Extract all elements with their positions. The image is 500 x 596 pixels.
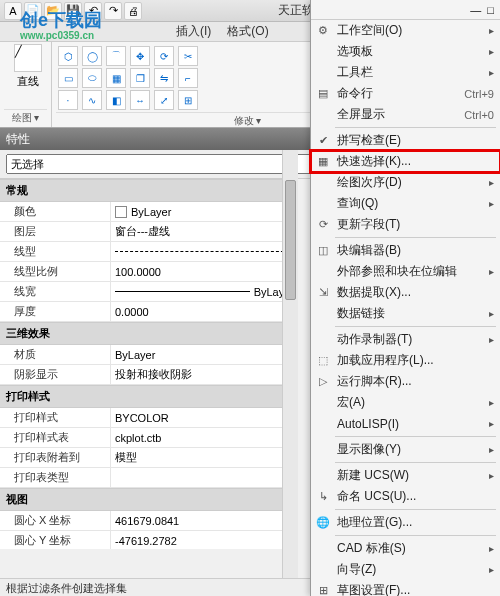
- menu-blockedit[interactable]: ◫块编辑器(B): [311, 240, 500, 261]
- polyline-icon[interactable]: ⬡: [58, 46, 78, 66]
- prop-plottable[interactable]: 打印样式表ckplot.ctb: [0, 428, 298, 448]
- prop-plottype[interactable]: 打印表类型: [0, 468, 298, 488]
- menu-xref[interactable]: 外部参照和块在位编辑▸: [311, 261, 500, 282]
- menu-loadapp[interactable]: ⬚加载应用程序(L)...: [311, 350, 500, 371]
- menu-dispimage[interactable]: 显示图像(Y)▸: [311, 439, 500, 460]
- load-icon: ⬚: [315, 353, 331, 369]
- menu-datalink[interactable]: 数据链接▸: [311, 303, 500, 324]
- fillet-icon[interactable]: ⌐: [178, 68, 198, 88]
- menu-toolbars[interactable]: 工具栏▸: [311, 62, 500, 83]
- submenu-arrow-icon: ▸: [489, 266, 494, 277]
- spline-icon[interactable]: ∿: [82, 90, 102, 110]
- prop-center-y[interactable]: 圆心 Y 坐标-47619.2782: [0, 531, 298, 549]
- group-plot-head[interactable]: 打印样式▴: [0, 385, 298, 408]
- menu-namedUcs[interactable]: ↳命名 UCS(U)...: [311, 486, 500, 507]
- submenu-arrow-icon: ▸: [489, 25, 494, 36]
- ellipse-icon[interactable]: ⬭: [82, 68, 102, 88]
- menu-fullscreen[interactable]: 全屏显示Ctrl+0: [311, 104, 500, 125]
- line-tool[interactable]: ╱ 直线: [4, 44, 52, 89]
- rect-icon[interactable]: ▭: [58, 68, 78, 88]
- block-icon: ◫: [315, 243, 331, 259]
- menu-insert[interactable]: 插入(I): [172, 21, 215, 42]
- prop-plotattach[interactable]: 打印表附着到模型: [0, 448, 298, 468]
- menu-drafting[interactable]: ⊞草图设置(F)...: [311, 580, 500, 596]
- menu-workspace[interactable]: ⚙工作空间(O)▸: [311, 20, 500, 41]
- menu-separator: [335, 326, 496, 327]
- move-icon[interactable]: ✥: [130, 46, 150, 66]
- menu-actionrec[interactable]: 动作录制器(T)▸: [311, 329, 500, 350]
- properties-scrollbar[interactable]: [282, 150, 298, 578]
- prop-thickness[interactable]: 厚度0.0000: [0, 302, 298, 322]
- prop-shadow[interactable]: 阴影显示投射和接收阴影: [0, 365, 298, 385]
- menu-commandline[interactable]: ▤命令行Ctrl+9: [311, 83, 500, 104]
- menu-draworder[interactable]: 绘图次序(D)▸: [311, 172, 500, 193]
- group-view-head[interactable]: 视图▴: [0, 488, 298, 511]
- maximize-icon[interactable]: □: [487, 4, 494, 16]
- submenu-arrow-icon: ▸: [489, 397, 494, 408]
- submenu-arrow-icon: ▸: [489, 308, 494, 319]
- menu-format[interactable]: 格式(O): [223, 21, 272, 42]
- menu-wizards[interactable]: 向导(Z)▸: [311, 559, 500, 580]
- color-swatch-icon: [115, 206, 127, 218]
- submenu-arrow-icon: ▸: [489, 46, 494, 57]
- prop-linetype[interactable]: 线型: [0, 242, 298, 262]
- prop-center-x[interactable]: 圆心 X 坐标461679.0841: [0, 511, 298, 531]
- ribbon-draw-panel: ╱ 直线 绘图 ▾: [0, 42, 52, 127]
- prop-layer[interactable]: 图层窗台---虚线: [0, 222, 298, 242]
- redo-button[interactable]: ↷: [104, 2, 122, 20]
- mirror-icon[interactable]: ⇋: [154, 68, 174, 88]
- lineweight-preview-icon: [115, 291, 250, 292]
- group-3d-head[interactable]: 三维效果▴: [0, 322, 298, 345]
- menu-spellcheck[interactable]: ✔拼写检查(E): [311, 130, 500, 151]
- circle-icon[interactable]: ◯: [82, 46, 102, 66]
- menu-separator: [335, 462, 496, 463]
- stretch-icon[interactable]: ↔: [130, 90, 150, 110]
- copy-icon[interactable]: ❐: [130, 68, 150, 88]
- menu-geoloc[interactable]: 🌐地理位置(G)...: [311, 512, 500, 533]
- print-button[interactable]: 🖨: [124, 2, 142, 20]
- quickselect-icon: ▦: [315, 154, 331, 170]
- menu-cadstd[interactable]: CAD 标准(S)▸: [311, 538, 500, 559]
- hatch-icon[interactable]: ▦: [106, 68, 126, 88]
- menu-inquiry[interactable]: 查询(Q)▸: [311, 193, 500, 214]
- line-icon: ╱: [14, 44, 42, 72]
- arc-icon[interactable]: ⌒: [106, 46, 126, 66]
- submenu-arrow-icon: ▸: [489, 444, 494, 455]
- ribbon-panel-label-draw[interactable]: 绘图 ▾: [4, 109, 47, 125]
- menu-dataextract[interactable]: ⇲数据提取(X)...: [311, 282, 500, 303]
- script-icon: ▷: [315, 374, 331, 390]
- app-menu-button[interactable]: A: [4, 2, 22, 20]
- menu-newucs[interactable]: 新建 UCS(W)▸: [311, 465, 500, 486]
- prop-material[interactable]: 材质ByLayer: [0, 345, 298, 365]
- array-icon[interactable]: ⊞: [178, 90, 198, 110]
- save-button[interactable]: 💾: [64, 2, 82, 20]
- prop-lineweight[interactable]: 线宽ByLayer: [0, 282, 298, 302]
- undo-button[interactable]: ↶: [84, 2, 102, 20]
- linetype-preview-icon: [115, 251, 294, 252]
- refresh-icon: ⟳: [315, 217, 331, 233]
- scrollbar-thumb[interactable]: [285, 180, 296, 300]
- region-icon[interactable]: ◧: [106, 90, 126, 110]
- prop-ltscale[interactable]: 线型比例100.0000: [0, 262, 298, 282]
- menu-palettes[interactable]: 选项板▸: [311, 41, 500, 62]
- menu-updatefield[interactable]: ⟳更新字段(T): [311, 214, 500, 235]
- new-button[interactable]: 📄: [24, 2, 42, 20]
- submenu-arrow-icon: ▸: [489, 177, 494, 188]
- prop-color[interactable]: 颜色ByLayer: [0, 202, 298, 222]
- gear-icon: ⚙: [315, 23, 331, 39]
- rotate-icon[interactable]: ⟳: [154, 46, 174, 66]
- trim-icon[interactable]: ✂: [178, 46, 198, 66]
- group-general-head[interactable]: 常规▴: [0, 179, 298, 202]
- open-button[interactable]: 📂: [44, 2, 62, 20]
- menu-autolisp[interactable]: AutoLISP(I)▸: [311, 413, 500, 434]
- group-3d: 三维效果▴ 材质ByLayer 阴影显示投射和接收阴影: [0, 322, 298, 385]
- prop-plotstyle[interactable]: 打印样式BYCOLOR: [0, 408, 298, 428]
- menu-script[interactable]: ▷运行脚本(R)...: [311, 371, 500, 392]
- status-text: 根据过滤条件创建选择集: [6, 582, 127, 594]
- menu-macro[interactable]: 宏(A)▸: [311, 392, 500, 413]
- minimize-icon[interactable]: —: [470, 4, 481, 16]
- point-icon[interactable]: ·: [58, 90, 78, 110]
- menu-quickselect[interactable]: ▦快速选择(K)...: [311, 151, 500, 172]
- extract-icon: ⇲: [315, 285, 331, 301]
- scale-icon[interactable]: ⤢: [154, 90, 174, 110]
